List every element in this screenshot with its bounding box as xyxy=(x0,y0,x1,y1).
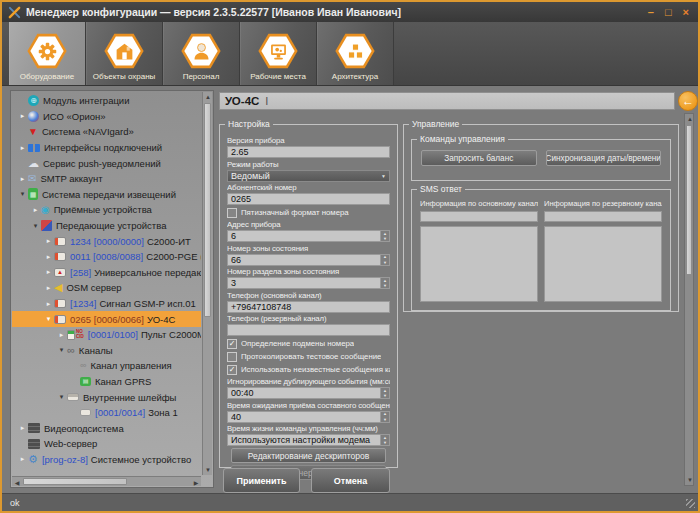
apply-button[interactable]: Применить xyxy=(223,468,300,493)
checkbox-unchecked-icon[interactable] xyxy=(227,208,237,218)
scroll-left-icon[interactable]: ◀ xyxy=(12,477,22,487)
device-name-input[interactable]: УО-4С I xyxy=(219,92,675,110)
scroll-thumb[interactable] xyxy=(204,103,211,317)
cancel-button[interactable]: Отмена xyxy=(311,468,390,493)
tree-item[interactable]: ▾▦Система передачи извещений xyxy=(12,187,201,203)
spinner-arrows-icon[interactable]: ▲▼ xyxy=(380,388,389,398)
tree-expander-icon[interactable]: ▸ xyxy=(43,237,54,245)
resize-grip[interactable] xyxy=(686,499,695,508)
tree-item[interactable]: ▸[1234]Сигнал GSM-P исп.01 xyxy=(12,296,201,312)
main-vertical-scrollbar[interactable]: ▲ ▼ xyxy=(684,113,694,486)
tree-item[interactable]: ▸⚙[prog-oz-8]Системное устройство xyxy=(12,452,201,468)
composite-wait-field[interactable]: 40▲▼ xyxy=(227,411,390,423)
tree-expander-icon[interactable]: ▾ xyxy=(56,393,67,401)
sms-reserve-channel-field[interactable] xyxy=(544,211,662,222)
toolbar-button-personnel[interactable]: Персонал xyxy=(163,22,240,85)
tree-item[interactable]: ▸1234 [0000/0000]С2000-ИТ xyxy=(12,233,201,249)
phone-main-field[interactable]: +79647108748 xyxy=(227,301,390,313)
scroll-thumb[interactable] xyxy=(23,478,127,485)
checkbox-label: Использовать неизвестные сообщения как т… xyxy=(241,365,390,374)
toolbar-button-workstations[interactable]: Рабочие места xyxy=(240,22,317,85)
checkbox-checked-icon[interactable]: ✓ xyxy=(227,339,237,349)
spinner-arrows-icon[interactable]: ▲▼ xyxy=(380,412,389,422)
command-lifetime-field[interactable]: Используются настройки модема▲▼ xyxy=(227,434,390,446)
tree-item[interactable]: ▸NOCID[0001/0100]Пульт С2000М/С2 xyxy=(12,327,201,343)
state-zone-number-field[interactable]: 66▲▼ xyxy=(227,254,390,266)
tree-expander-icon[interactable]: ▸ xyxy=(43,253,54,261)
log-test-message-checkbox[interactable]: Протоколировать тестовое сообщение xyxy=(227,351,390,362)
tree-expander-icon[interactable]: ▾ xyxy=(56,346,67,354)
request-balance-button[interactable]: Запросить баланс xyxy=(421,150,537,166)
tree-item[interactable]: ▾0265 [0006/0066]УО-4С xyxy=(12,311,201,327)
toolbar-button-equipment[interactable]: Оборудование xyxy=(9,22,86,85)
tree-item[interactable]: ▸0011 [0008/0088]С2000-PGE (тест) xyxy=(12,249,201,265)
tree-expander-icon[interactable]: ▸ xyxy=(56,331,67,339)
tree-item[interactable]: ▾∞Каналы xyxy=(12,343,201,359)
tree-item[interactable]: ⊕Модуль интеграции xyxy=(12,93,201,109)
tree-expander-icon[interactable]: ▸ xyxy=(17,144,28,152)
tree-expander-icon[interactable]: ▾ xyxy=(30,222,41,230)
subscriber-number-field[interactable]: 0265 xyxy=(227,193,390,205)
five-digit-format-checkbox[interactable]: Пятизначный формат номера xyxy=(227,207,390,218)
tree-vertical-scrollbar[interactable]: ▲ ▼ xyxy=(202,92,212,475)
spinner-arrows-icon[interactable]: ▲▼ xyxy=(380,278,389,288)
tree-item[interactable]: ▸ИСО «Орион» xyxy=(12,109,201,125)
tree-horizontal-scrollbar[interactable]: ◀ ▶ xyxy=(12,476,201,486)
scroll-down-icon[interactable]: ▼ xyxy=(203,465,213,475)
device-version-field[interactable]: 2.65 xyxy=(227,146,390,158)
tree-item[interactable]: ▸◉Приёмные устройства xyxy=(12,202,201,218)
minimize-button[interactable]: – xyxy=(648,7,654,18)
tree-expander-icon[interactable]: ▸ xyxy=(17,175,28,183)
tree-item[interactable]: ▾Передающие устройства xyxy=(12,218,201,234)
toolbar-button-architecture[interactable]: Архитектура xyxy=(317,22,394,85)
unknown-as-test-checkbox[interactable]: ✓Использовать неизвестные сообщения как … xyxy=(227,364,390,375)
back-button[interactable]: ← xyxy=(678,91,698,111)
tree-expander-icon[interactable]: ▸ xyxy=(30,206,41,214)
scroll-up-icon[interactable]: ▲ xyxy=(203,92,213,102)
toolbar-button-guard-objects[interactable]: Объекты охраны xyxy=(86,22,163,85)
tree-expander-icon[interactable]: ▸ xyxy=(17,455,28,463)
tree-item[interactable]: ▸▲[258]Универсальное передающее уст xyxy=(12,265,201,281)
checkbox-checked-icon[interactable]: ✓ xyxy=(227,365,237,375)
tree-item[interactable]: [0001/0014]Зона 1 xyxy=(12,405,201,421)
tree-item[interactable]: ▸✉SMTP аккаунт xyxy=(12,171,201,187)
sms-reserve-channel-textarea[interactable] xyxy=(544,226,662,302)
close-button[interactable]: × xyxy=(683,7,689,18)
state-zone-partition-field[interactable]: 3▲▼ xyxy=(227,277,390,289)
scroll-thumb[interactable] xyxy=(686,125,692,275)
sms-main-channel-textarea[interactable] xyxy=(420,226,538,302)
tree-item[interactable]: ▤Канал GPRS xyxy=(12,374,201,390)
device-address-field[interactable]: 6▲▼ xyxy=(227,230,390,242)
number-substitution-checkbox[interactable]: ✓Определение подмены номера xyxy=(227,338,390,349)
tree-item[interactable]: ▼Система «NAVIgard» xyxy=(12,124,201,140)
tree-item[interactable]: ▸◀OSM сервер xyxy=(12,280,201,296)
scroll-down-icon[interactable]: ▼ xyxy=(685,475,695,485)
sms-main-channel-field[interactable] xyxy=(420,211,538,222)
phone-reserve-field[interactable] xyxy=(227,324,390,336)
tree-item[interactable]: ∞Канал управления xyxy=(12,358,201,374)
tree-item[interactable]: ▸Интерфейсы подключений xyxy=(12,140,201,156)
tree-item[interactable]: ▸Видеоподсистема xyxy=(12,420,201,436)
checkbox-unchecked-icon[interactable] xyxy=(227,352,237,362)
tree-expander-icon[interactable]: ▾ xyxy=(17,190,28,198)
tree-expander-icon[interactable]: ▸ xyxy=(43,268,54,276)
tree-expander-icon[interactable]: ▸ xyxy=(43,284,54,292)
tree-item[interactable]: ☁Сервис push-уведомлений xyxy=(12,155,201,171)
sync-datetime-button[interactable]: Синхронизация даты/времени xyxy=(546,150,662,166)
tree-expander-icon[interactable]: ▸ xyxy=(17,112,28,120)
spinner-arrows-icon[interactable]: ▲▼ xyxy=(380,435,389,445)
tree-item[interactable]: ▾Внутренние шлейфы xyxy=(12,389,201,405)
edit-descriptors-button[interactable]: Редактирование дескрипторов xyxy=(231,448,386,463)
tree-expander-icon[interactable]: ▸ xyxy=(17,424,28,432)
tree-expander-icon[interactable]: ▾ xyxy=(43,315,54,323)
spinner-arrows-icon[interactable]: ▲▼ xyxy=(380,231,389,241)
duplicate-ignore-field[interactable]: 00:40▲▼ xyxy=(227,387,390,399)
tree-item[interactable]: Web-сервер xyxy=(12,436,201,452)
maximize-button[interactable]: □ xyxy=(665,7,672,18)
scroll-right-icon[interactable]: ▶ xyxy=(191,477,201,487)
tree-expander-icon[interactable]: ▸ xyxy=(43,300,54,308)
chevron-down-icon[interactable]: ▼ xyxy=(373,173,386,179)
work-mode-select[interactable]: Ведомый▼ xyxy=(227,170,390,182)
scroll-up-icon[interactable]: ▲ xyxy=(685,114,695,124)
spinner-arrows-icon[interactable]: ▲▼ xyxy=(380,255,389,265)
